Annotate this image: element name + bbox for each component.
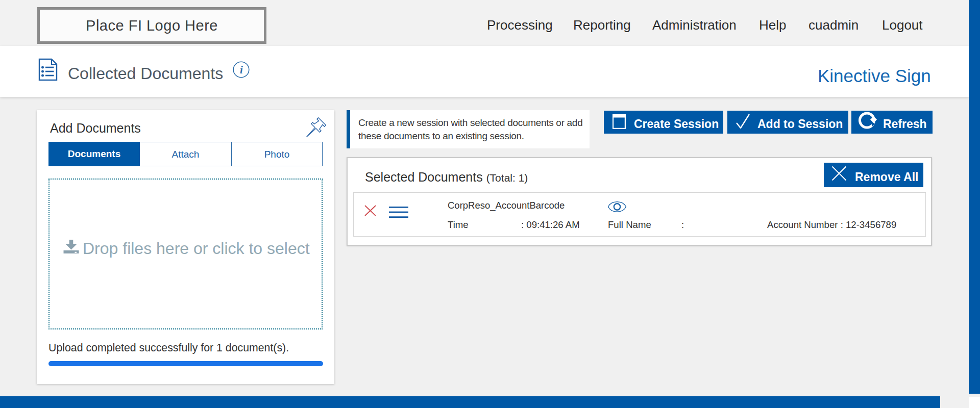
svg-text:i: i: [240, 64, 243, 76]
